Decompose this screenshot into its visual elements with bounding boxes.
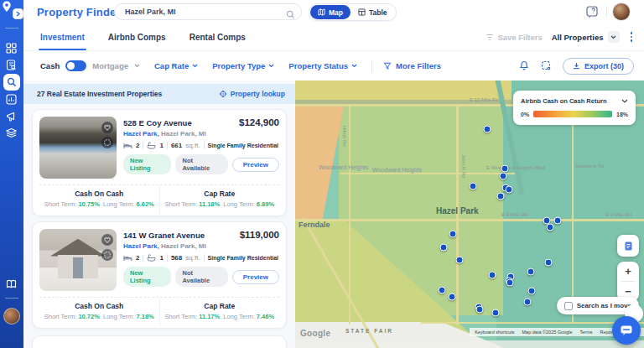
favorite-heart-icon[interactable] [101,234,113,246]
property-marker[interactable] [489,272,496,279]
street-label: Stephens Rd [575,164,605,169]
property-lookup-button[interactable]: Property lookup [219,90,285,98]
property-type-filter[interactable]: Property Type [212,61,274,70]
layers-icon[interactable] [6,127,18,138]
search-icon[interactable] [286,8,295,23]
bed-icon [123,254,132,262]
table-view-button[interactable]: Table [351,5,395,19]
property-card[interactable]: 141 W Granet Avenue $119,000 Hazel Park,… [32,221,287,329]
sidebar-divider [5,28,18,29]
feedback-icon[interactable] [585,5,599,18]
dashboard-grid-icon[interactable] [6,42,18,54]
property-marker[interactable] [470,183,477,190]
filter-bar: Cash Mortgage Cap Rate Property Type Pro… [23,51,644,81]
property-address[interactable]: 141 W Granet Avenue [123,231,205,240]
property-marker[interactable] [506,279,514,287]
property-marker[interactable] [484,126,491,133]
save-filters-button[interactable]: Save Filters [486,33,542,42]
map[interactable]: E 10 Mile Rd E Woodward Heights Blvd Ste… [295,81,644,348]
legend-gradient-bar [533,111,612,117]
all-properties-dropdown[interactable]: All Properties [552,31,620,43]
property-marker[interactable] [528,288,536,295]
property-marker[interactable] [500,173,507,180]
property-address[interactable]: 528 E Coy Avenue [123,118,192,127]
zoom-in-button[interactable]: + [617,262,639,281]
property-marker[interactable] [476,306,484,314]
property-marker[interactable] [449,231,457,238]
more-filters-label: More Filters [396,61,441,70]
property-marker[interactable] [492,309,500,317]
property-marker[interactable] [456,257,464,264]
property-lookup-label: Property lookup [231,90,285,98]
sqft-unit: sq.ft. [185,142,200,149]
search-as-i-move-checkbox[interactable] [564,302,573,310]
export-button[interactable]: Export (30) [563,58,634,75]
chevron-down-icon[interactable] [621,99,628,103]
tab-airbnb-comps[interactable]: Airbnb Comps [108,23,166,50]
lasso-draw-icon[interactable] [541,59,551,74]
cash-mortgage-toggle[interactable] [65,60,86,71]
property-card[interactable] [32,335,287,348]
city-label-ferndale: Ferndale [299,221,330,229]
property-marker[interactable] [545,259,553,267]
cash-label: Cash [40,61,60,70]
sidebar-avatar[interactable] [3,308,20,325]
favorite-heart-icon[interactable] [101,122,113,133]
chat-button[interactable] [612,316,641,345]
map-document-button[interactable] [617,235,639,257]
analytics-chart-icon[interactable] [6,93,18,105]
property-marker[interactable] [501,165,509,173]
property-marker[interactable] [449,293,456,301]
more-menu-button[interactable] [629,30,635,44]
chevron-down-icon[interactable] [134,64,140,68]
property-status-filter[interactable]: Property Status [288,61,357,70]
tab-rental-comps[interactable]: Rental Comps [190,23,246,50]
area-label: Woodward Heights [372,167,422,173]
book-icon[interactable] [6,278,18,289]
bath-icon [147,254,156,262]
property-marker[interactable] [547,224,554,231]
new-listing-badge: New Listing [123,267,171,287]
map-view-button[interactable]: Map [310,5,351,19]
property-region: Hazel Park, MI [161,130,206,138]
keyboard-shortcuts-link[interactable]: Keyboard shortcuts [475,330,514,335]
property-status-label: Property Status [288,61,348,70]
cap-title: Cap Rate [160,302,280,310]
area-label: Woodward Heights [319,164,368,170]
property-city-link[interactable]: Hazel Park, [123,242,159,250]
terms-link[interactable]: Terms [580,330,593,335]
preview-button[interactable]: Preview [232,158,279,172]
user-avatar[interactable] [612,3,631,21]
coc-title: Cash On Cash [39,302,159,310]
search-nav-active[interactable] [3,74,20,91]
property-marker[interactable] [524,299,532,306]
tab-investment[interactable]: Investment [40,23,85,50]
sidebar-expand-button[interactable] [13,8,23,19]
property-city-link[interactable]: Hazel Park, [123,130,159,138]
map-zone [295,340,644,348]
target-icon [219,90,227,98]
document-search-icon[interactable] [6,59,18,70]
cap-rate-filter[interactable]: Cap Rate [154,61,198,70]
chevron-down-icon[interactable] [608,31,620,43]
property-marker[interactable] [554,217,562,225]
coc-long-value: 6.62% [137,200,154,208]
property-marker[interactable] [527,268,535,276]
property-photo[interactable] [39,229,117,291]
search-input[interactable] [123,4,283,19]
more-filters-button[interactable]: More Filters [383,61,441,70]
bell-icon[interactable] [519,59,529,74]
preview-button[interactable]: Preview [232,270,279,284]
property-marker[interactable] [439,287,446,294]
property-card[interactable]: 528 E Coy Avenue $124,900 Hazel Park, Ha… [32,109,287,216]
property-marker[interactable] [506,186,513,194]
property-marker[interactable] [497,193,505,200]
lasso-icon[interactable] [101,137,113,148]
cap-long-value: 7.46% [257,313,274,320]
megaphone-icon[interactable] [6,110,18,122]
location-search[interactable] [114,3,302,20]
property-marker[interactable] [440,244,448,252]
property-photo[interactable] [39,117,117,179]
chevron-down-icon [192,64,198,68]
lasso-icon[interactable] [101,249,113,261]
